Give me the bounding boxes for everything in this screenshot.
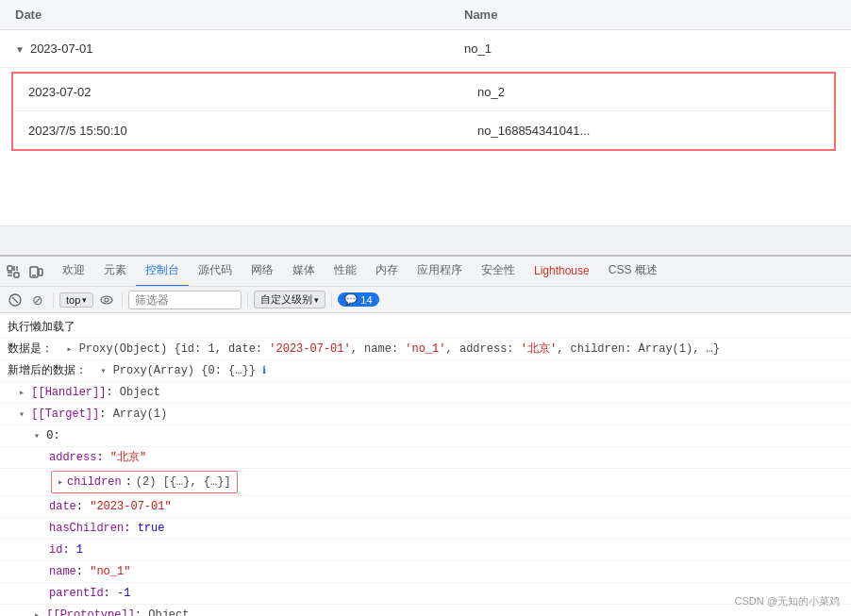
child-row-2[interactable]: 2023/7/5 15:50:10 no_168854341041...: [13, 111, 834, 149]
tab-performance[interactable]: 性能: [325, 257, 366, 287]
devtools-icon-bar: [4, 262, 53, 281]
target-arrow[interactable]: [19, 408, 25, 421]
console-id: id: 1: [0, 540, 851, 561]
info-icon: ℹ: [262, 365, 266, 376]
console-target: [[Target]]: Array(1): [0, 404, 851, 425]
chevron-down-icon: ▾: [82, 295, 87, 305]
proxy-arrow-1[interactable]: [66, 344, 72, 355]
spacer: [0, 226, 851, 255]
tab-media[interactable]: 媒体: [283, 257, 325, 287]
console-children: children: (2) [{…}, {…}]: [0, 469, 851, 496]
console-parentid: parentId: -1: [0, 583, 851, 605]
console-haschildren: hasChildren: true: [0, 518, 851, 540]
svg-rect-7: [39, 269, 42, 275]
chevron-down-icon-2: ▾: [314, 295, 319, 305]
tab-css-overview[interactable]: CSS 概述: [599, 257, 667, 287]
devtools-tab-bar: 欢迎 元素 控制台 源代码 网络 媒体 性能 内存 应用程序 安全性 Light…: [0, 257, 851, 287]
console-zero: 0:: [0, 425, 851, 447]
child-date-1: 2023-07-02: [13, 85, 466, 99]
child-name-2: no_168854341041...: [466, 124, 834, 138]
console-name: name: "no_1": [0, 561, 851, 583]
tab-console[interactable]: 控制台: [136, 257, 189, 287]
child-date-2: 2023/7/5 15:50:10: [13, 124, 466, 138]
tab-lighthouse[interactable]: Lighthouse: [525, 257, 599, 287]
console-date: date: "2023-07-01": [0, 496, 851, 518]
console-address: address: "北京": [0, 447, 851, 469]
console-line-3: 新增后的数据： Proxy(Array) {0: {…}} ℹ: [0, 360, 851, 382]
svg-rect-0: [8, 266, 12, 271]
parent-date: 2023-07-01: [30, 42, 93, 56]
date-header: Date: [0, 8, 453, 22]
console-handler: [[Handler]]: Object: [0, 382, 851, 404]
console-output[interactable]: 执行懒加载了 数据是： Proxy(Object) {id: 1, date: …: [0, 313, 851, 616]
child-name-1: no_2: [466, 85, 834, 99]
console-toolbar: ⊘ top ▾ 自定义级别 ▾ 💬 14: [0, 287, 851, 313]
tab-memory[interactable]: 内存: [366, 257, 408, 287]
message-count-badge: 💬 14: [338, 292, 378, 307]
proxy-arrow-2[interactable]: [100, 366, 106, 376]
svg-point-12: [105, 298, 108, 302]
console-line-1: 执行懒加载了: [0, 317, 851, 339]
name-header: Name: [453, 8, 851, 22]
console-line-2: 数据是： Proxy(Object) {id: 1, date: '2023-0…: [0, 339, 851, 360]
eye-icon[interactable]: [97, 291, 116, 309]
children-highlighted-box[interactable]: children: (2) [{…}, {…}]: [51, 471, 238, 493]
csdn-watermark: CSDN @无知的小菜鸡: [735, 594, 840, 608]
clear-console-icon[interactable]: [6, 291, 25, 309]
zero-arrow[interactable]: [34, 429, 40, 442]
block-icon[interactable]: ⊘: [28, 291, 47, 309]
child-row-1[interactable]: 2023-07-02 no_2: [13, 74, 834, 111]
separator-3: [247, 292, 248, 308]
context-selector[interactable]: top ▾: [59, 292, 93, 308]
separator-1: [53, 292, 54, 308]
handler-arrow[interactable]: [19, 386, 25, 399]
tab-welcome[interactable]: 欢迎: [53, 257, 94, 287]
custom-levels-dropdown[interactable]: 自定义级别 ▾: [254, 291, 325, 308]
message-icon: 💬: [344, 293, 358, 306]
children-arrow[interactable]: [58, 474, 63, 491]
device-icon[interactable]: [26, 262, 45, 281]
tab-application[interactable]: 应用程序: [408, 257, 472, 287]
svg-line-10: [12, 297, 18, 303]
table-header: Date Name: [0, 0, 851, 30]
filter-input[interactable]: [128, 291, 242, 309]
prototype-arrow[interactable]: [34, 608, 40, 616]
expand-icon[interactable]: [15, 42, 25, 56]
console-prototype: [[Prototype]]: Object: [0, 605, 851, 616]
tab-security[interactable]: 安全性: [472, 257, 525, 287]
table-row-parent[interactable]: 2023-07-01 no_1: [0, 30, 851, 68]
tab-network[interactable]: 网络: [242, 257, 283, 287]
parent-name: no_1: [453, 42, 851, 56]
separator-2: [122, 292, 123, 308]
separator-4: [331, 292, 332, 308]
tab-elements[interactable]: 元素: [94, 257, 136, 287]
highlighted-children: 2023-07-02 no_2 2023/7/5 15:50:10 no_168…: [11, 72, 836, 151]
svg-point-11: [101, 296, 112, 304]
tab-sources[interactable]: 源代码: [189, 257, 242, 287]
inspect-icon[interactable]: [4, 262, 23, 281]
devtools-panel: 欢迎 元素 控制台 源代码 网络 媒体 性能 内存 应用程序 安全性 Light…: [0, 255, 851, 616]
table-section: Date Name 2023-07-01 no_1 2023-07-02 no_…: [0, 0, 851, 226]
svg-rect-1: [14, 273, 19, 277]
